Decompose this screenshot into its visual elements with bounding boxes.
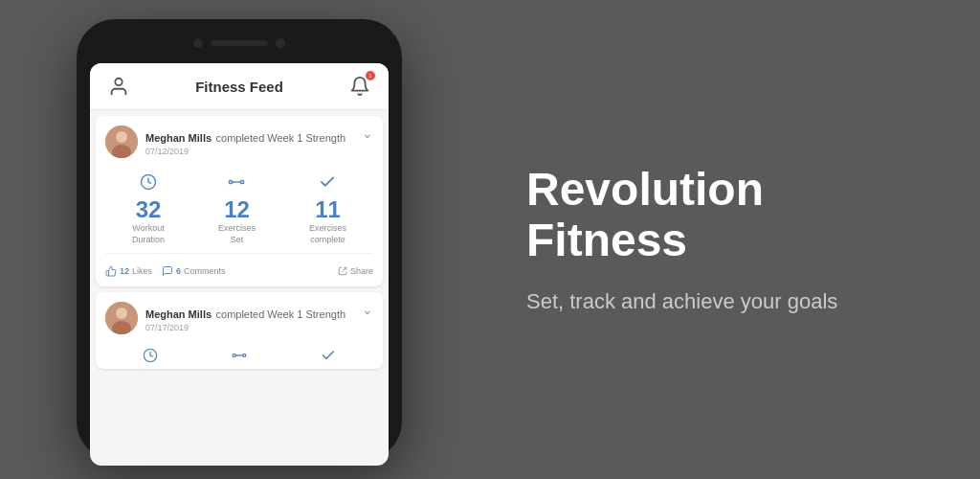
camera-dot-left — [193, 38, 203, 48]
svg-point-9 — [116, 308, 127, 319]
phone-screen: Fitness Feed 1 — [90, 63, 389, 466]
stat-exercises-complete-1: 11 Exercises complete — [309, 173, 346, 245]
partial-stat-check-2 — [321, 348, 336, 363]
profile-icon[interactable] — [105, 73, 132, 100]
feed-card-1: Meghan Mills completed Week 1 Strength 0… — [96, 116, 383, 286]
stat-label-exercises-set-1: Exercises Set — [218, 223, 256, 245]
card-header-2: Meghan Mills completed Week 1 Strength 0… — [105, 302, 373, 334]
camera-dot-right — [276, 38, 285, 48]
speaker-bar — [211, 40, 268, 46]
phone-frame: Fitness Feed 1 — [77, 19, 402, 460]
chevron-icon-2[interactable]: ⌄ — [362, 302, 373, 317]
partial-stat-clock-2 — [143, 348, 158, 363]
avatar-1 — [105, 125, 138, 158]
user-text-1: Meghan Mills completed Week 1 Strength 0… — [145, 128, 345, 156]
svg-rect-6 — [230, 181, 233, 184]
comments-count-1: 6 — [176, 266, 181, 276]
svg-point-0 — [115, 79, 122, 85]
dumbbell-icon-1 — [228, 173, 245, 194]
activity-date-1: 07/12/2019 — [145, 147, 345, 156]
header-title: Fitness Feed — [195, 79, 283, 95]
partial-stats-row-2 — [105, 342, 373, 363]
thumbs-up-icon — [105, 265, 117, 277]
share-icon — [338, 266, 347, 276]
svg-rect-7 — [241, 181, 244, 184]
likes-item-1[interactable]: 12 Likes — [105, 265, 152, 277]
phone-top-decorations — [90, 38, 389, 48]
svg-rect-14 — [243, 354, 246, 357]
user-info-1: Meghan Mills completed Week 1 Strength 0… — [105, 125, 345, 158]
stat-duration-1: 32 Workout Duration — [132, 173, 165, 245]
bell-wrapper[interactable]: 1 — [346, 73, 373, 100]
phone-mockup-container: Fitness Feed 1 — [0, 0, 479, 479]
stat-label-complete-1: Exercises complete — [309, 223, 346, 245]
app-header: Fitness Feed 1 — [90, 63, 389, 110]
stat-number-exercises-set-1: 12 — [224, 198, 250, 221]
dumbbell-icon-2 — [232, 348, 247, 363]
share-button-1[interactable]: Share — [338, 266, 373, 276]
stat-number-duration-1: 32 — [136, 198, 162, 221]
card-footer-1: 12 Likes 6 Comments — [105, 262, 373, 277]
clock-icon-2 — [143, 348, 158, 363]
user-activity-1: Meghan Mills completed Week 1 Strength — [145, 128, 345, 146]
user-info-2: Meghan Mills completed Week 1 Strength 0… — [105, 302, 345, 334]
check-icon-2 — [321, 348, 336, 363]
check-icon-1 — [319, 173, 336, 194]
notification-badge: 1 — [366, 71, 375, 80]
avatar-2 — [105, 302, 138, 334]
user-text-2: Meghan Mills completed Week 1 Strength 0… — [145, 305, 345, 332]
share-label-1: Share — [350, 266, 373, 276]
right-section: Revolution Fitness Set, track and achiev… — [479, 126, 980, 353]
comments-label-1: Comments — [184, 266, 226, 276]
likes-label-1: Likes — [132, 266, 152, 276]
footer-left-1: 12 Likes 6 Comments — [105, 265, 226, 277]
comment-icon — [162, 265, 173, 277]
card-header-1: Meghan Mills completed Week 1 Strength 0… — [105, 125, 373, 158]
user-activity-2: Meghan Mills completed Week 1 Strength — [145, 305, 345, 322]
activity-date-2: 07/17/2019 — [145, 323, 345, 332]
chevron-icon-1[interactable]: ⌄ — [362, 125, 373, 141]
app-title: Revolution Fitness — [526, 165, 932, 266]
stat-label-duration-1: Workout Duration — [132, 223, 165, 245]
svg-rect-13 — [233, 354, 235, 357]
likes-count-1: 12 — [120, 266, 129, 276]
comments-item-1[interactable]: 6 Comments — [162, 265, 226, 277]
clock-icon-1 — [140, 173, 157, 194]
stat-exercises-set-1: 12 Exercises Set — [218, 173, 256, 245]
partial-stat-dumbbell-2 — [232, 348, 247, 363]
app-subtitle: Set, track and achieve your goals — [526, 289, 932, 314]
stats-row-1: 32 Workout Duration — [105, 166, 373, 254]
feed-card-2: Meghan Mills completed Week 1 Strength 0… — [96, 292, 383, 369]
stat-number-complete-1: 11 — [315, 198, 341, 221]
svg-point-2 — [116, 131, 127, 143]
